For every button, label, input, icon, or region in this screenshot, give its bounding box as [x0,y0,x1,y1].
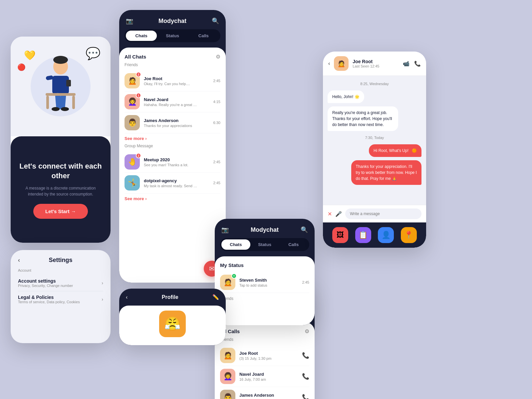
msg-time-1: 8:25, Wednesday [328,82,421,86]
search-icon[interactable]: 🔍 [212,17,219,25]
contact-action-button[interactable]: 👤 [378,227,394,243]
status-tab-status[interactable]: Status [250,239,279,250]
status-app-header: 📷 Modychat 🔍 [215,219,315,238]
close-icon[interactable]: ✕ [328,211,332,217]
meetup-badge: 2 [136,153,141,158]
dotpixel-avatar-wrap: 🤸 [125,175,140,191]
steven-sub: Tap to add status [239,283,298,287]
convo-back-button[interactable]: ‹ [328,61,330,66]
james-time: 6:30 [213,121,220,125]
settings-back-button[interactable]: ‹ [18,257,20,264]
james-avatar-wrap: 👨 [125,115,140,130]
missed-call-icon-james: 📞 [302,394,309,399]
see-more-friends[interactable]: See more › [125,133,220,144]
call-joe-time: (3) 15 July, 1:30 pm [239,356,298,360]
chats-app-title: Modychat [158,18,186,25]
clipboard-action-button[interactable]: 📋 [355,227,371,243]
see-more-groups[interactable]: See more › [125,194,220,204]
phone-call-icon[interactable]: 📞 [414,61,421,67]
convo-bottom-actions: 🖼 📋 👤 📍 [323,222,426,248]
calls-sub: Friends [220,337,309,342]
call-item-navel[interactable]: 👩‍🦱 Navel Joard 16 July, 7:00 am 📞 [220,366,309,387]
status-friends-label: Friends [220,296,309,301]
status-tab-calls[interactable]: Calls [279,239,308,250]
steven-status-item[interactable]: 🙍 + Steven Smith Tap to add status 2:45 [220,272,309,293]
filter-icon[interactable]: ⚙ [216,54,220,60]
illustration-area: 💛 🔴 💬 [11,37,111,136]
steven-add-badge: + [231,273,237,279]
james-preview: Thanks for your appreciations [144,124,197,128]
profile-edit-button[interactable]: ✏️ [212,294,219,300]
tab-calls[interactable]: Calls [188,31,219,41]
call-item-james[interactable]: 👨 James Anderson 17 July, 10:30 am 📞 [220,387,309,399]
meetup-name: Meetup 2020 [144,157,209,162]
chat-item-joe[interactable]: 🙍 2 Joe Root Okay, I'll try. Can you hel… [125,70,220,91]
steven-avatar-wrap: 🙍 + [220,275,235,290]
chat-item-dotpixel[interactable]: 🤸 dotpixel-agency My task is almost read… [125,173,220,194]
profile-back-button[interactable]: ‹ [126,294,128,300]
conversation-card: ‹ 🙍 Joe Root Last Seen 12:45 📹 📞 8:25, W… [323,52,426,248]
welcome-title: Let's connect with each other [19,162,103,181]
camera-icon[interactable]: 📷 [126,17,133,25]
all-chats-header: All Chats ⚙ [125,54,220,60]
call-navel-info: Navel Joard 16 July, 7:00 am [239,372,298,381]
navel-badge: 1 [136,93,141,98]
chat-item-meetup[interactable]: 🤚 2 Meetup 2020 See you man! Thanks a lo… [125,152,220,173]
mic-icon[interactable]: 🎤 [335,211,342,217]
settings-header: ‹ Settings [18,257,103,264]
chats-app-header: 📷 Modychat 🔍 [119,10,226,29]
convo-name-wrap: Joe Root Last Seen 12:45 [353,59,399,68]
welcome-subtitle: A message is a discrete communication in… [19,185,103,197]
profile-avatar-big: 😤 [159,311,186,337]
dotpixel-preview: My task is almost ready. Send it.. [144,184,197,188]
lets-start-button[interactable]: Let's Start → [33,204,88,219]
james-avatar: 👨 [125,115,140,130]
msg-received-2: Really you're doing a great job. Thanks … [328,106,398,131]
msg-sent-2: Thanks for your appreciation. I'll try t… [351,160,422,185]
calls-content: All Calls ⚙ Friends 🙍 Joe Root (3) 15 Ju… [215,322,315,399]
missed-call-icon: 📞 [302,352,309,359]
settings-card: ‹ Settings Account Account settings Priv… [11,250,111,343]
joe-avatar-wrap: 🙍 2 [125,73,140,88]
heart-emoji: 💛 [24,50,36,61]
settings-legal-item[interactable]: Legal & Policies Terms of service, Data … [18,291,103,307]
speech-emoji: 💬 [86,47,101,61]
welcome-card: 💛 🔴 💬 Let's conne [11,37,111,243]
navel-avatar-wrap: 👩‍🦱 1 [125,94,140,109]
joe-badge: 2 [136,72,141,77]
video-call-icon[interactable]: 📹 [403,61,409,67]
profile-card: ‹ Profile ✏️ 😤 [119,289,226,345]
meetup-info: Meetup 2020 See you man! Thanks a lot. [144,157,209,167]
meetup-avatar-wrap: 🤚 2 [125,154,140,170]
received-call-icon-navel: 📞 [302,373,309,380]
filter-icon-calls[interactable]: ⚙ [305,328,309,334]
svg-rect-10 [46,93,76,96]
call-item-joe[interactable]: 🙍 Joe Root (3) 15 July, 1:30 pm 📞 [220,345,309,366]
steven-time: 2:45 [302,280,309,284]
navel-preview: Hahaha. Really you're a great person [144,103,197,107]
welcome-bottom: Let's connect with each other A message … [11,136,111,243]
status-app-title: Modychat [251,226,279,233]
tab-chats[interactable]: Chats [126,31,157,41]
status-tab-chats[interactable]: Chats [221,239,250,250]
chat-item-navel[interactable]: 👩‍🦱 1 Navel Joard Hahaha. Really you're … [125,91,220,112]
svg-rect-11 [46,96,49,109]
image-action-button[interactable]: 🖼 [332,227,348,243]
location-action-button[interactable]: 📍 [401,227,417,243]
chat-item-james[interactable]: 👨 James Anderson Thanks for your appreci… [125,112,220,133]
camera-icon-status[interactable]: 📷 [221,226,229,233]
joe-info: Joe Root Okay, I'll try. Can you help...… [144,76,209,86]
settings-account-item[interactable]: Account settings Privacy, Security, Chan… [18,275,103,291]
svg-rect-5 [66,80,71,86]
my-status-title: My Status [220,262,309,268]
call-joe-avatar: 🙍 [220,348,235,363]
settings-account-title: Account settings [18,278,73,284]
navel-time: 4:15 [213,100,220,104]
group-section-label: Group Message [125,144,220,148]
tab-status[interactable]: Status [157,31,188,41]
convo-actions: 📹 📞 [403,61,421,67]
convo-header: ‹ 🙍 Joe Root Last Seen 12:45 📹 📞 [323,52,426,76]
msg-time-2: 7:30, Today [328,136,421,140]
message-input[interactable] [345,208,421,219]
search-icon-status[interactable]: 🔍 [301,226,308,233]
